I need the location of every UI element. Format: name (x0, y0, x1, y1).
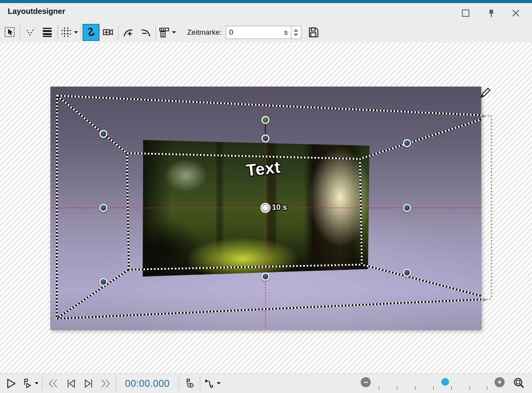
time-display: 00:00.000 (125, 378, 170, 389)
titlebar: Layoutdesigner (0, 3, 532, 22)
handle-bottom-left[interactable] (100, 278, 108, 286)
zoom-cluster: − + (359, 374, 532, 393)
layers-icon (42, 27, 53, 38)
slider-tick (470, 386, 470, 390)
zeitmarke-input[interactable] (226, 28, 284, 37)
play-from-timemark-button[interactable] (22, 376, 39, 391)
window-title: Layoutdesigner (8, 7, 65, 16)
grid-icon (61, 27, 72, 38)
fast-forward-button[interactable] (98, 376, 112, 391)
handle-top-center[interactable] (262, 135, 270, 143)
slider-tick (451, 386, 452, 390)
skip-to-end-button[interactable] (81, 376, 95, 391)
animation-curve-icon (204, 378, 214, 389)
fast-forward-icon (100, 378, 111, 389)
wireframe-arrow-top (482, 114, 486, 118)
handle-top-right[interactable] (403, 139, 411, 147)
zeitmarke-field[interactable]: s (226, 26, 291, 39)
grid-dropdown-caret[interactable] (74, 31, 78, 34)
layers-button[interactable] (39, 24, 56, 41)
close-icon (512, 9, 520, 17)
snap-points-button[interactable] (22, 24, 39, 41)
stage: Text 10 s (0, 42, 532, 373)
maximize-button[interactable] (459, 7, 472, 20)
timemark-visibility-button[interactable] (182, 376, 196, 391)
zoom-out-button[interactable]: − (361, 377, 371, 387)
text-object[interactable]: Text (245, 157, 282, 180)
handle-bottom-right[interactable] (403, 269, 411, 277)
select-tool-button[interactable] (2, 24, 19, 41)
keyframe-remove-button[interactable] (137, 24, 154, 41)
keyframe-add-button[interactable] (120, 24, 137, 41)
slider-tick (379, 386, 379, 390)
separator (118, 25, 118, 39)
transport-bar: 00:00.000 − + (0, 373, 532, 393)
play-options-caret[interactable] (35, 382, 39, 385)
camera-pan-button[interactable] (100, 24, 117, 41)
handle-top-left[interactable] (100, 130, 108, 138)
play-icon (5, 378, 17, 389)
toolbar: Zeitmarke: s (0, 22, 532, 42)
offcanvas-wireframe-gray (481, 116, 491, 300)
zoom-in-button[interactable]: + (495, 377, 505, 387)
spinner-down-icon[interactable] (294, 34, 298, 36)
wireframe-arrow-bottom (483, 298, 486, 302)
keyframe-add-icon (123, 27, 134, 38)
separator (200, 377, 200, 390)
zeitmarke-unit: s (284, 28, 291, 37)
slider-tick (487, 386, 487, 390)
pin-icon (486, 8, 496, 18)
slider-tick (397, 386, 397, 390)
image-object[interactable]: Text (143, 140, 370, 277)
slider-tick (415, 386, 415, 390)
timemark-eye-icon (184, 378, 195, 389)
close-button[interactable] (509, 7, 522, 20)
spinner-up-icon[interactable] (294, 29, 298, 32)
object-list-dropdown-caret[interactable] (172, 31, 176, 34)
rotation-handle[interactable] (262, 116, 270, 124)
duration-badge: 10 s (272, 203, 287, 212)
handle-bottom-center[interactable] (262, 273, 270, 281)
rewind-button[interactable] (46, 376, 60, 391)
zoom-fit-button[interactable] (512, 376, 526, 391)
separator (155, 25, 156, 39)
separator (179, 377, 179, 390)
select-tool-icon (4, 27, 16, 38)
camera-pan-icon (102, 27, 114, 38)
edit-pen-icon[interactable] (478, 86, 492, 100)
motion-path-icon (85, 27, 97, 38)
pin-button[interactable] (485, 7, 498, 20)
object-list-icon (159, 27, 170, 38)
skip-to-start-icon (66, 378, 77, 389)
play-from-timemark-icon (22, 378, 32, 389)
rewind-icon (47, 378, 59, 389)
handle-middle-left[interactable] (100, 204, 108, 212)
save-button[interactable] (305, 24, 322, 41)
motion-path-button[interactable] (83, 24, 100, 41)
play-button[interactable] (4, 376, 18, 391)
separator (42, 377, 42, 390)
skip-to-end-icon (83, 378, 94, 389)
slider-tick (433, 386, 434, 390)
separator (20, 25, 20, 39)
separator (116, 377, 116, 390)
center-handle[interactable] (262, 204, 269, 212)
zoom-fit-icon (513, 377, 525, 390)
save-icon (308, 27, 319, 38)
handle-middle-right[interactable] (403, 204, 411, 212)
zoom-slider-thumb[interactable] (441, 378, 449, 386)
window-accent-strip (0, 0, 532, 3)
animation-curve-button[interactable] (204, 376, 221, 391)
object-list-button[interactable] (157, 24, 177, 41)
separator (81, 25, 81, 39)
maximize-icon (461, 9, 470, 17)
zeitmarke-label: Zeitmarke: (187, 28, 222, 37)
grid-button[interactable] (59, 24, 79, 41)
skip-to-start-button[interactable] (64, 376, 78, 391)
separator (57, 25, 58, 39)
keyframe-remove-icon (140, 27, 151, 38)
zoom-slider-track[interactable] (375, 381, 491, 383)
snap-points-icon (25, 27, 36, 38)
zeitmarke-spinner[interactable] (291, 26, 301, 39)
animation-curve-caret[interactable] (217, 382, 221, 385)
